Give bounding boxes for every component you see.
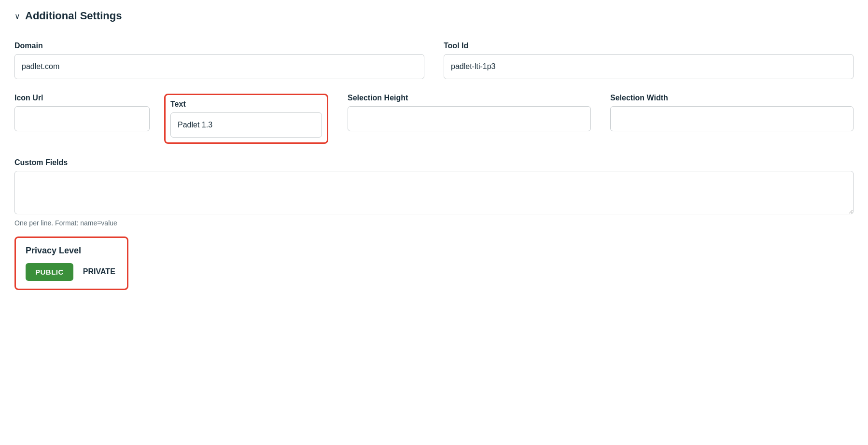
privacy-level-section: Privacy Level PUBLIC PRIVATE [14,236,128,290]
public-button[interactable]: PUBLIC [26,263,73,281]
icon-url-input[interactable] [14,106,150,131]
text-input[interactable] [170,112,322,138]
custom-fields-helper: One per line. Format: name=value [14,219,854,227]
custom-fields-label: Custom Fields [14,158,854,167]
domain-label: Domain [14,42,424,50]
selection-height-label: Selection Height [348,94,591,102]
selection-width-label: Selection Width [610,94,854,102]
selection-width-field: Selection Width [610,94,854,131]
tool-id-label: Tool Id [444,42,854,50]
icon-url-field: Icon Url [14,94,150,131]
custom-fields-section: Custom Fields [14,158,854,214]
row-domain-toolid: Domain Tool Id [14,42,854,79]
selection-height-input[interactable] [348,106,591,131]
selection-height-field: Selection Height [348,94,591,131]
icon-url-label: Icon Url [14,94,150,102]
section-header: ∨ Additional Settings [14,10,854,27]
domain-input[interactable] [14,54,424,79]
privacy-level-label: Privacy Level [26,246,117,256]
tool-id-input[interactable] [444,54,854,79]
private-button[interactable]: PRIVATE [81,263,117,281]
row-icon-text-sel: Icon Url Text Selection Height Selection… [14,94,854,144]
text-label: Text [170,100,322,109]
privacy-buttons: PUBLIC PRIVATE [26,263,117,281]
text-highlighted-wrapper: Text [164,94,328,144]
chevron-icon[interactable]: ∨ [14,12,20,21]
custom-fields-input[interactable] [14,171,854,214]
tool-id-field: Tool Id [444,42,854,79]
selection-width-input[interactable] [610,106,854,131]
section-title: Additional Settings [25,10,122,22]
domain-field: Domain [14,42,424,79]
